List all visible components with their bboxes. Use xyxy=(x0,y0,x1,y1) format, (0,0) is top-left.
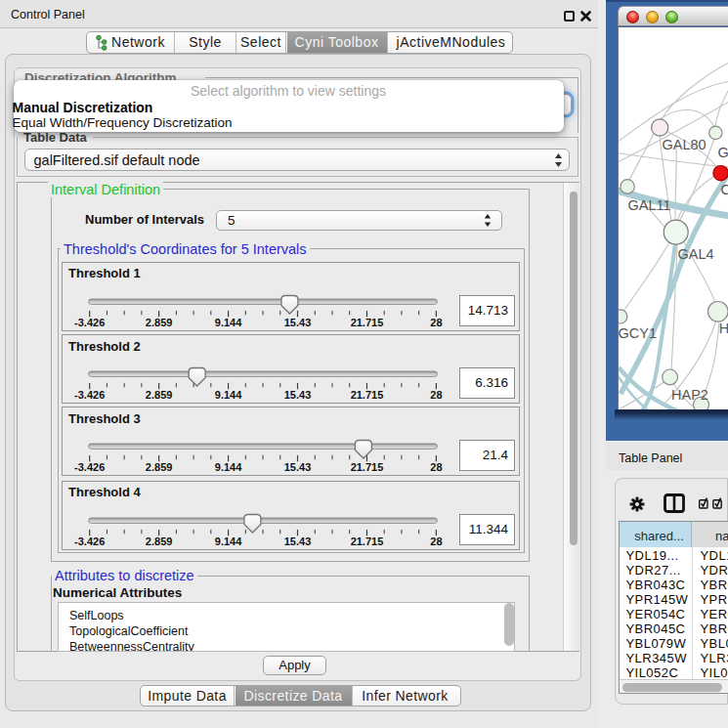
svg-text:15.43: 15.43 xyxy=(284,389,312,401)
svg-text:28: 28 xyxy=(430,389,442,401)
svg-text:HAP2: HAP2 xyxy=(671,387,708,403)
svg-text:15.43: 15.43 xyxy=(284,535,312,546)
svg-text:2.859: 2.859 xyxy=(146,535,173,546)
svg-text:28: 28 xyxy=(430,316,442,327)
svg-text:21.715: 21.715 xyxy=(351,461,384,473)
svg-text:15.43: 15.43 xyxy=(284,316,312,327)
svg-text:GAL80: GAL80 xyxy=(663,137,707,152)
svg-text:-3.426: -3.426 xyxy=(74,389,105,401)
svg-text:9.144: 9.144 xyxy=(215,535,242,546)
svg-text:2.859: 2.859 xyxy=(146,389,173,401)
svg-text:-3.426: -3.426 xyxy=(74,535,105,546)
svg-text:C: C xyxy=(721,182,728,197)
svg-text:-3.426: -3.426 xyxy=(74,316,105,327)
svg-text:-3.426: -3.426 xyxy=(74,461,105,473)
svg-text:21.715: 21.715 xyxy=(351,316,384,327)
svg-text:2.859: 2.859 xyxy=(146,316,173,327)
svg-text:9.144: 9.144 xyxy=(215,461,242,473)
svg-text:21.715: 21.715 xyxy=(351,389,384,401)
svg-text:28: 28 xyxy=(430,461,442,473)
svg-text:GAL4: GAL4 xyxy=(678,246,714,262)
svg-text:28: 28 xyxy=(430,535,442,546)
svg-text:GA: GA xyxy=(718,145,728,160)
svg-text:15.43: 15.43 xyxy=(284,461,312,473)
svg-text:GAL11: GAL11 xyxy=(628,197,671,213)
svg-text:GCY1: GCY1 xyxy=(619,325,657,341)
svg-text:H: H xyxy=(719,321,728,336)
svg-text:9.144: 9.144 xyxy=(215,316,242,327)
svg-text:2.859: 2.859 xyxy=(146,461,173,473)
svg-text:21.715: 21.715 xyxy=(351,535,384,546)
svg-text:9.144: 9.144 xyxy=(215,389,242,401)
